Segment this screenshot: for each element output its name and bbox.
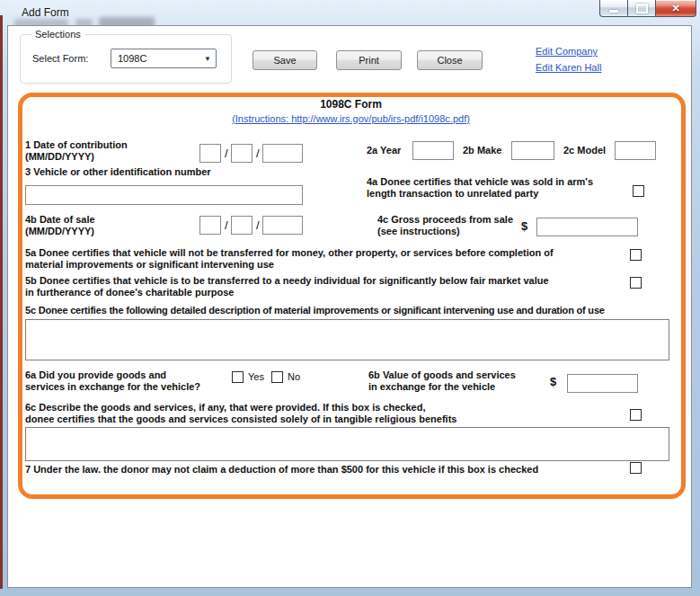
field4a-checkbox[interactable] xyxy=(633,185,644,197)
select-form-label: Select Form: xyxy=(32,53,88,64)
date-of-sale-day-input[interactable] xyxy=(231,216,253,235)
field5c-label: 5c Donee certifies the following detaile… xyxy=(25,305,605,316)
field2c-label: 2c Model xyxy=(563,145,606,156)
field6c-label: 6c Describe the goods and services, if a… xyxy=(25,402,456,425)
vehicle-year-input[interactable] xyxy=(412,141,454,160)
field4a-label: 4a Donee certifies that vehicle was sold… xyxy=(367,176,593,200)
field1-label: 1 Date of contribution(MM/DD/YYYY) xyxy=(25,139,128,163)
form-select-value: 1098C xyxy=(118,53,146,64)
date-separator: / xyxy=(225,147,228,160)
vehicle-make-input[interactable] xyxy=(511,141,554,160)
date-of-sale-month-input[interactable] xyxy=(199,216,221,235)
instructions-line: (Instructions: http://www.irs.gov/pub/ir… xyxy=(18,113,684,124)
close-icon: ✕ xyxy=(671,4,679,13)
field3-label: 3 Vehicle or other identification number xyxy=(25,166,211,178)
background-window-edge xyxy=(0,15,3,589)
field5a-checkbox[interactable] xyxy=(630,249,642,261)
field6b-label: 6b Value of goods and servicesin exchang… xyxy=(368,369,516,393)
date-separator: / xyxy=(256,218,260,232)
window-title: Add Form xyxy=(22,6,69,19)
date-of-contribution-month-input[interactable] xyxy=(199,144,221,163)
field2b-label: 2b Make xyxy=(463,145,501,156)
chevron-down-icon: ▼ xyxy=(204,55,211,63)
field5b-checkbox[interactable] xyxy=(630,277,642,289)
date-separator: / xyxy=(225,218,228,232)
maximize-icon xyxy=(636,4,648,13)
minimize-icon xyxy=(609,10,618,13)
edit-employee-link[interactable]: Edit Karen Hall xyxy=(536,62,601,73)
maximize-button[interactable] xyxy=(627,0,656,17)
field7-checkbox[interactable] xyxy=(630,462,642,474)
field6a-label: 6a Did you provide goods andservices in … xyxy=(25,369,200,393)
no-label: No xyxy=(288,371,300,382)
selections-legend: Selections xyxy=(31,29,84,40)
vehicle-id-input[interactable] xyxy=(25,185,303,205)
vehicle-model-input[interactable] xyxy=(615,141,656,160)
currency-symbol: $ xyxy=(521,219,527,233)
field5b-label: 5b Donee certifies that vehicle is to be… xyxy=(25,275,549,298)
field6c-textarea[interactable] xyxy=(25,427,669,461)
form-select[interactable]: 1098C ▼ xyxy=(111,49,217,68)
field5a-label: 5a Donee certifies that vehicle will not… xyxy=(25,247,554,271)
print-button[interactable]: Print xyxy=(336,50,402,70)
add-form-window: Add Form ✕ Selections Select Form: 1098C… xyxy=(0,0,700,596)
close-form-button[interactable]: Close xyxy=(417,50,483,70)
edit-company-link[interactable]: Edit Company xyxy=(536,46,598,57)
field5c-textarea[interactable] xyxy=(25,319,669,360)
form-title: 1098C Form xyxy=(18,98,684,111)
field4c-label: 4c Gross proceeds from sale(see instruct… xyxy=(377,214,513,237)
minimize-button[interactable] xyxy=(599,0,627,17)
date-of-contribution-year-input[interactable] xyxy=(262,144,303,163)
instructions-link[interactable]: (Instructions: http://www.irs.gov/pub/ir… xyxy=(232,113,470,124)
field7-label: 7 Under the law. the donor may not claim… xyxy=(25,464,538,476)
save-button[interactable]: Save xyxy=(253,50,317,70)
gross-proceeds-input[interactable] xyxy=(536,218,638,236)
date-of-contribution-day-input[interactable] xyxy=(231,144,253,163)
no-checkbox[interactable] xyxy=(271,371,283,383)
date-of-sale-year-input[interactable] xyxy=(262,216,303,235)
close-button[interactable]: ✕ xyxy=(656,0,696,17)
yes-checkbox[interactable] xyxy=(232,371,244,383)
yes-label: Yes xyxy=(248,371,264,382)
field6c-checkbox[interactable] xyxy=(630,409,642,421)
date-separator: / xyxy=(256,147,260,160)
goods-value-input[interactable] xyxy=(567,374,638,393)
field2a-label: 2a Year xyxy=(367,145,401,156)
field4b-label: 4b Date of sale(MM/DD/YYYY) xyxy=(25,214,95,237)
currency-symbol: $ xyxy=(550,375,556,388)
